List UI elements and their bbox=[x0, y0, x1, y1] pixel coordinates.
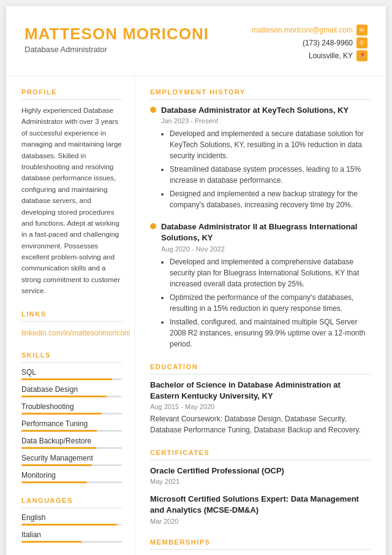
cert-item: Oracle Certified Professional (OCP) May … bbox=[150, 465, 371, 485]
job-item: Database Administrator II at Bluegrass I… bbox=[150, 221, 371, 349]
skill-name: Data Backup/Restore bbox=[21, 437, 122, 445]
skill-name: SQL bbox=[21, 368, 122, 377]
bullet-item: Optimized the performance of the company… bbox=[170, 292, 371, 314]
cert-item: Microsoft Certified Solutions Expert: Da… bbox=[150, 494, 371, 524]
job-item: Database Administrator at KeyTech Soluti… bbox=[150, 105, 371, 210]
lang-bar-fill bbox=[21, 541, 81, 543]
phone-text: (173) 248-9960 bbox=[303, 39, 353, 47]
location-icon: 📍 bbox=[356, 50, 368, 61]
job-bullets: Developed and implemented a secure datab… bbox=[161, 128, 371, 210]
skills-list: SQL Database Design Troubleshooting Perf… bbox=[21, 368, 122, 483]
languages-section: LANGUAGES English Italian bbox=[21, 497, 122, 543]
skill-name: Performance Tuning bbox=[21, 419, 122, 428]
cert-title: Oracle Certified Professional (OCP) bbox=[150, 465, 371, 477]
edu-coursework: Relevant Coursework: Database Design, Da… bbox=[150, 413, 371, 435]
header-right: matteson.moriconi@gmail.com ✉ (173) 248-… bbox=[252, 25, 368, 63]
jobs-list: Database Administrator at KeyTech Soluti… bbox=[150, 105, 371, 350]
language-item: Italian bbox=[21, 530, 122, 543]
skill-bar-bg bbox=[21, 413, 122, 415]
links-section: LINKS linkedin.com/in/mattesonmoriconi bbox=[21, 310, 122, 338]
email-icon: ✉ bbox=[356, 25, 368, 36]
bullet-item: Designed and implemented a new backup st… bbox=[170, 188, 371, 210]
resume-container: MATTESON MORICONI Database Administrator… bbox=[6, 6, 386, 555]
linkedin-link[interactable]: linkedin.com/in/mattesonmoriconi bbox=[21, 329, 130, 337]
links-section-title: LINKS bbox=[21, 310, 122, 322]
job-title: Database Administrator at KeyTech Soluti… bbox=[161, 105, 349, 116]
candidate-title: Database Administrator bbox=[24, 45, 209, 54]
skill-item: Database Design bbox=[21, 385, 122, 397]
bullet-item: Streamlined database system processes, l… bbox=[170, 164, 371, 186]
job-title-row: Database Administrator II at Bluegrass I… bbox=[150, 221, 371, 243]
candidate-name: MATTESON MORICONI bbox=[24, 25, 209, 44]
skill-name: Security Management bbox=[21, 454, 122, 462]
job-title: Database Administrator II at Bluegrass I… bbox=[161, 221, 371, 243]
language-name: English bbox=[21, 513, 122, 522]
skills-section-title: SKILLS bbox=[21, 351, 122, 363]
skill-bar-fill bbox=[21, 430, 97, 432]
lang-bar-bg bbox=[21, 524, 122, 526]
job-date: Aug 2020 - Nov 2022 bbox=[161, 245, 371, 253]
skill-name: Troubleshooting bbox=[21, 402, 122, 411]
job-dot bbox=[150, 223, 156, 229]
skill-item: SQL bbox=[21, 368, 122, 380]
skill-bar-fill bbox=[21, 396, 107, 397]
skill-bar-bg bbox=[21, 447, 122, 449]
employment-section-title: EMPLOYMENT HISTORY bbox=[150, 88, 371, 100]
profile-section-title: PROFILE bbox=[21, 88, 122, 100]
job-date: Jan 2023 - Present bbox=[161, 117, 371, 124]
languages-list: English Italian bbox=[21, 513, 122, 543]
lang-bar-bg bbox=[21, 541, 122, 543]
skill-bar-fill bbox=[21, 447, 97, 449]
edu-degree: Bachelor of Science in Database Administ… bbox=[150, 380, 371, 402]
memberships-section: MEMBERSHIPS International Association of… bbox=[150, 538, 371, 556]
skill-name: Monitoring bbox=[21, 471, 122, 480]
bullet-item: Installed, configured, and maintained mu… bbox=[170, 316, 371, 350]
skill-bar-bg bbox=[21, 481, 122, 483]
header-left: MATTESON MORICONI Database Administrator bbox=[24, 25, 209, 54]
language-name: Italian bbox=[21, 530, 122, 539]
skill-name: Database Design bbox=[21, 385, 122, 394]
job-dot bbox=[150, 107, 156, 113]
skills-section: SKILLS SQL Database Design Troubleshooti… bbox=[21, 351, 122, 483]
skill-bar-bg bbox=[21, 464, 122, 466]
skill-bar-fill bbox=[21, 378, 112, 380]
phone-row: (173) 248-9960 ✆ bbox=[252, 37, 368, 48]
skill-bar-fill bbox=[21, 464, 92, 466]
location-text: Louisville, KY bbox=[309, 52, 353, 60]
memberships-section-title: MEMBERSHIPS bbox=[150, 538, 371, 550]
skill-bar-bg bbox=[21, 378, 122, 380]
skill-bar-bg bbox=[21, 396, 122, 397]
languages-section-title: LANGUAGES bbox=[21, 497, 122, 508]
edu-date: Aug 2015 - May 2020 bbox=[150, 403, 371, 410]
body: PROFILE Highly experienced Database Admi… bbox=[6, 76, 386, 555]
left-column: PROFILE Highly experienced Database Admi… bbox=[6, 76, 135, 555]
skill-item: Data Backup/Restore bbox=[21, 437, 122, 449]
skill-bar-fill bbox=[21, 413, 102, 415]
cert-title: Microsoft Certified Solutions Expert: Da… bbox=[150, 494, 371, 516]
certificates-section: CERTIFICATES Oracle Certified Profession… bbox=[150, 449, 371, 525]
email-row: matteson.moriconi@gmail.com ✉ bbox=[252, 25, 368, 36]
location-row: Louisville, KY 📍 bbox=[252, 50, 368, 61]
cert-date: Mar 2020 bbox=[150, 518, 371, 525]
lang-bar-fill bbox=[21, 524, 117, 526]
skill-item: Monitoring bbox=[21, 471, 122, 483]
phone-icon: ✆ bbox=[356, 37, 368, 48]
skill-item: Troubleshooting bbox=[21, 402, 122, 415]
skill-bar-bg bbox=[21, 430, 122, 432]
profile-section: PROFILE Highly experienced Database Admi… bbox=[21, 88, 122, 297]
job-bullets: Developed and implemented a comprehensiv… bbox=[161, 256, 371, 350]
header: MATTESON MORICONI Database Administrator… bbox=[6, 25, 386, 76]
skill-item: Performance Tuning bbox=[21, 419, 122, 432]
bullet-item: Developed and implemented a comprehensiv… bbox=[170, 256, 371, 289]
email-link[interactable]: matteson.moriconi@gmail.com bbox=[252, 26, 353, 34]
education-section-title: EDUCATION bbox=[150, 363, 371, 375]
skill-item: Security Management bbox=[21, 454, 122, 466]
education-section: EDUCATION Bachelor of Science in Databas… bbox=[150, 363, 371, 435]
employment-section: EMPLOYMENT HISTORY Database Administrato… bbox=[150, 88, 371, 350]
language-item: English bbox=[21, 513, 122, 526]
certs-list: Oracle Certified Professional (OCP) May … bbox=[150, 465, 371, 525]
bullet-item: Developed and implemented a secure datab… bbox=[170, 128, 371, 161]
skill-bar-fill bbox=[21, 481, 87, 483]
job-title-row: Database Administrator at KeyTech Soluti… bbox=[150, 105, 371, 116]
certificates-section-title: CERTIFICATES bbox=[150, 449, 371, 461]
